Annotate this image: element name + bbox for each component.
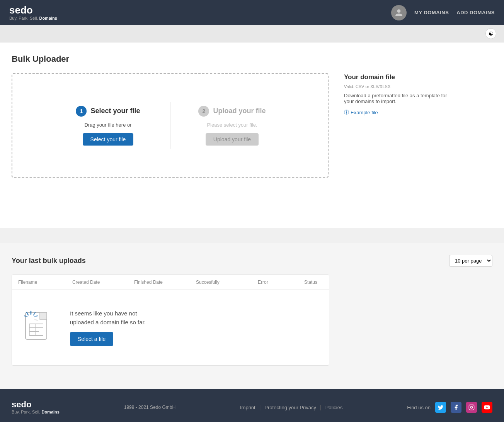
page-title: Bulk Uploader	[12, 54, 492, 64]
user-avatar[interactable]	[391, 5, 407, 20]
header: sedo Buy. Park. Sell. Domains MY DOMAINS…	[0, 0, 504, 25]
empty-text: It seems like you have not uploaded a do…	[70, 309, 155, 327]
youtube-icon[interactable]	[482, 402, 492, 413]
svg-point-14	[470, 406, 472, 408]
per-page-select[interactable]: 10 per page25 per page50 per page	[449, 255, 492, 267]
logo: sedo Buy. Park. Sell. Domains	[9, 5, 57, 20]
upload-file-button[interactable]: Upload your file	[206, 133, 259, 146]
select-file-button[interactable]: Select your file	[83, 133, 134, 146]
uploads-title: Your last bulk uploads	[12, 257, 86, 265]
footer: sedo Buy. Park. Sell. Domains 1999 - 202…	[0, 389, 504, 422]
info-title: Your domain file	[344, 73, 452, 81]
step-2-label: Upload your file	[213, 107, 266, 115]
valid-text: Valid: CSV or XLS/XLSX	[344, 84, 452, 89]
step-divider	[170, 102, 170, 149]
add-domains-link[interactable]: ADD DOMAINS	[456, 10, 495, 15]
empty-state: It seems like you have not uploaded a do…	[12, 290, 329, 365]
policies-link[interactable]: Policies	[325, 405, 343, 410]
empty-icon	[24, 310, 58, 345]
info-description: Download a preformatted file as a templa…	[344, 93, 452, 104]
empty-message-area: It seems like you have not uploaded a do…	[70, 309, 155, 346]
step-1-title: 1 Select your file	[76, 106, 140, 117]
uploads-table: Filename Created Date Finished Date Succ…	[12, 275, 329, 366]
svg-line-10	[35, 319, 37, 320]
sep-2: |	[320, 404, 322, 410]
step-1-label: Select your file	[90, 107, 140, 115]
footer-social: Find us on	[407, 402, 492, 413]
step-1-badge: 1	[76, 106, 87, 117]
col-successfully: Succesfully	[196, 280, 258, 285]
main-content: Bulk Uploader 1 Select your file Drag yo…	[0, 42, 504, 228]
uploads-section: Your last bulk uploads 10 per page25 per…	[0, 243, 504, 389]
section-gap	[0, 228, 504, 243]
imprint-link[interactable]: Imprint	[240, 405, 255, 410]
header-nav: MY DOMAINS ADD DOMAINS	[391, 5, 495, 20]
col-status: Status	[304, 280, 329, 285]
table-header: Filename Created Date Finished Date Succ…	[12, 275, 329, 290]
col-filename: Filename	[18, 280, 72, 285]
col-created: Created Date	[72, 280, 134, 285]
step-2-title: 2 Upload your file	[198, 106, 266, 117]
upload-section: 1 Select your file Drag your file here o…	[12, 73, 492, 178]
svg-line-9	[35, 316, 37, 317]
col-finished: Finished Date	[134, 280, 196, 285]
footer-copyright: 1999 - 2021 Sedo GmbH	[124, 405, 175, 410]
step-1-sub: Drag your file here or	[84, 122, 131, 128]
select-file-empty-button[interactable]: Select a file	[70, 332, 113, 346]
facebook-icon[interactable]	[451, 402, 461, 413]
svg-line-12	[24, 316, 27, 317]
twitter-icon[interactable]	[435, 402, 446, 413]
col-error: Error	[258, 280, 304, 285]
svg-rect-13	[469, 405, 474, 410]
step-1: 1 Select your file Drag your file here o…	[70, 106, 147, 146]
svg-point-15	[473, 405, 473, 406]
sep-1: |	[259, 404, 261, 410]
my-domains-link[interactable]: MY DOMAINS	[414, 10, 449, 15]
step-2-sub: Please select your file.	[207, 122, 257, 128]
contrast-button[interactable]: ☯	[485, 28, 496, 39]
upload-box: 1 Select your file Drag your file here o…	[12, 73, 329, 178]
svg-line-8	[34, 312, 35, 315]
sub-header: ☯	[0, 25, 504, 42]
step-2: 2 Upload your file Please select your fi…	[194, 106, 271, 146]
svg-line-11	[27, 312, 28, 315]
step-2-badge: 2	[198, 106, 209, 117]
spinner-icon	[24, 310, 38, 325]
footer-links: Imprint | Protecting your Privacy | Poli…	[240, 404, 342, 410]
uploads-header: Your last bulk uploads 10 per page25 per…	[12, 255, 492, 267]
example-file-link[interactable]: ⓘ Example file	[344, 109, 452, 116]
upload-info: Your domain file Valid: CSV or XLS/XLSX …	[344, 73, 452, 116]
privacy-link[interactable]: Protecting your Privacy	[264, 405, 316, 410]
footer-logo: sedo Buy. Park. Sell. Domains	[12, 400, 60, 414]
find-us-label: Find us on	[407, 405, 431, 410]
info-icon: ⓘ	[344, 109, 349, 116]
instagram-icon[interactable]	[466, 402, 477, 413]
